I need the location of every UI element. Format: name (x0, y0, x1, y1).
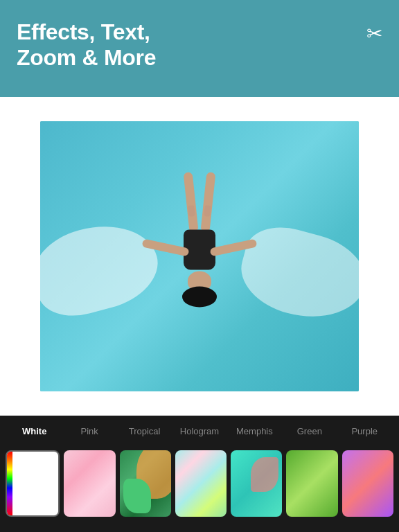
filter-preview-white[interactable] (6, 450, 60, 517)
filter-tab-green[interactable]: Green (282, 420, 337, 442)
rainbow-strip (7, 452, 12, 515)
header-title-line2: Zoom & More (17, 45, 156, 70)
filter-tabs: White Pink Tropical Hologram Memphis Gre… (0, 416, 399, 446)
bottom-panel: White Pink Tropical Hologram Memphis Gre… (0, 416, 399, 532)
filter-preview-hologram[interactable] (175, 450, 227, 517)
filter-tab-tropical[interactable]: Tropical (117, 420, 172, 442)
filter-tab-memphis[interactable]: Memphis (227, 420, 282, 442)
filter-preview-pink[interactable] (64, 450, 115, 517)
filter-preview-green[interactable] (286, 450, 337, 517)
filter-tab-pink[interactable]: Pink (62, 420, 116, 442)
header: Effects, Text, Zoom & More ✂ (0, 0, 399, 97)
main-content (0, 97, 399, 416)
filter-preview-tropical[interactable] (120, 450, 171, 517)
filter-tab-purple[interactable]: Purple (337, 420, 392, 442)
scissors-icon[interactable]: ✂ (366, 22, 382, 45)
filter-preview-memphis[interactable] (231, 450, 282, 517)
photo-container (40, 121, 359, 391)
person-figure (182, 206, 217, 308)
filter-tab-hologram[interactable]: Hologram (172, 420, 227, 442)
filter-previews (0, 446, 399, 521)
header-title: Effects, Text, Zoom & More (17, 19, 156, 71)
header-title-line1: Effects, Text, (17, 19, 150, 44)
filter-tab-white[interactable]: White (7, 420, 62, 442)
filter-preview-purple[interactable] (342, 450, 393, 517)
photo (40, 121, 359, 391)
